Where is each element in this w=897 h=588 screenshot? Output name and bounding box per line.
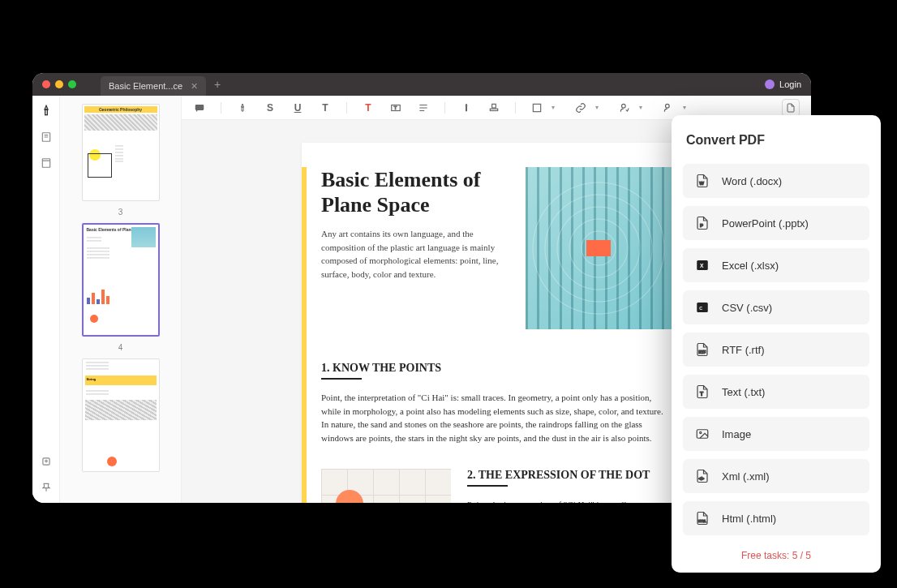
thumb-graphic <box>131 227 156 247</box>
thumb-graphic <box>90 315 98 323</box>
convert-option-label: PowerPoint (.pptx) <box>722 217 809 230</box>
close-tab-icon[interactable]: ✕ <box>191 81 198 92</box>
section-1: 1. KNOW THE POINTS Point, the interpreta… <box>321 362 672 444</box>
convert-option-label: RTF (.rtf) <box>722 344 764 356</box>
left-rail <box>32 96 60 503</box>
user-tool-icon[interactable] <box>39 454 54 469</box>
thumb-mini-title: String <box>85 376 157 385</box>
highlighter-tool-icon[interactable] <box>39 104 54 118</box>
section-heading: 1. KNOW THE POINTS <box>321 362 672 375</box>
strikethrough-tool-icon[interactable]: S <box>264 101 277 114</box>
convert-option-powerpoint[interactable]: P PowerPoint (.pptx) <box>683 206 869 240</box>
thumb-text-lines: ━━━━━━━━━━━━━━━━━━━━━━━━━━━━ <box>83 388 159 397</box>
convert-option-xml[interactable]: </> Xml (.xml) <box>683 459 869 493</box>
notes-tool-icon[interactable] <box>39 130 54 144</box>
redact-tool-icon[interactable] <box>662 101 675 114</box>
link-tool-icon[interactable] <box>574 101 587 114</box>
excel-file-icon: X <box>694 257 710 273</box>
maximize-window-button[interactable] <box>68 80 76 88</box>
convert-option-image[interactable]: Image <box>683 417 869 451</box>
page-intro: Any art contains its own language, and t… <box>321 227 509 281</box>
convert-option-csv[interactable]: C CSV (.csv) <box>683 290 869 324</box>
svg-text:RTF: RTF <box>699 350 706 354</box>
toolbar-separator <box>515 102 516 114</box>
convert-option-rtf[interactable]: RTF RTF (.rtf) <box>683 333 869 367</box>
text-file-icon: T <box>694 384 710 400</box>
svg-rect-15 <box>490 109 497 110</box>
svg-rect-0 <box>45 109 47 115</box>
section-image <box>321 469 451 503</box>
thumbnail-panel: Geometric Philosophy ━━━━━━━━━━━━━━━━━━━… <box>60 96 182 503</box>
page-thumbnail-selected[interactable]: Basic Elements of Plane Space ━━━━━━━━━━… <box>82 223 160 337</box>
convert-option-label: Text (.txt) <box>722 386 765 398</box>
convert-option-label: Html (.html) <box>722 513 776 525</box>
chevron-down-icon[interactable]: ▾ <box>547 101 560 114</box>
text-tool-icon[interactable]: T <box>319 101 332 114</box>
convert-panel-toggle[interactable] <box>782 99 800 117</box>
thumb-graphic <box>87 290 109 304</box>
document-tab[interactable]: Basic Element...ce ✕ <box>101 76 206 96</box>
convert-option-label: CSV (.csv) <box>722 302 772 314</box>
convert-options-list: W Word (.docx) P PowerPoint (.pptx) X Ex… <box>683 164 869 542</box>
comment-tool-icon[interactable] <box>193 101 206 114</box>
svg-text:</>: </> <box>699 477 705 481</box>
pin-tool-icon[interactable] <box>39 480 54 495</box>
bookmarks-tool-icon[interactable] <box>39 156 54 170</box>
html-file-icon: HTML <box>694 510 710 526</box>
image-file-icon <box>694 426 710 442</box>
text-color-tool-icon[interactable]: T <box>362 101 375 114</box>
free-tasks-counter: Free tasks: 5 / 5 <box>683 550 869 561</box>
section-heading: 2. THE EXPRESSION OF THE DOT <box>467 469 672 482</box>
convert-pdf-panel: Convert PDF W Word (.docx) P PowerPoint … <box>672 115 881 573</box>
section-body: Point, the interpretation of "Ci Hai" is… <box>321 391 672 444</box>
convert-option-word[interactable]: W Word (.docx) <box>683 164 869 198</box>
chevron-down-icon[interactable]: ▾ <box>590 101 603 114</box>
convert-option-excel[interactable]: X Excel (.xlsx) <box>683 248 869 282</box>
close-window-button[interactable] <box>42 80 50 88</box>
page-accent-bar <box>302 167 307 503</box>
textbox-tool-icon[interactable]: T <box>389 101 402 114</box>
pen-tool-icon[interactable] <box>236 101 249 114</box>
xml-file-icon: </> <box>694 468 710 484</box>
align-tool-icon[interactable] <box>417 101 430 114</box>
convert-option-label: Word (.docx) <box>722 175 782 187</box>
chevron-down-icon[interactable]: ▾ <box>678 101 691 114</box>
svg-text:C: C <box>699 306 702 311</box>
convert-panel-title: Convert PDF <box>683 133 869 148</box>
svg-point-17 <box>622 104 626 108</box>
login-button[interactable]: Login <box>779 79 801 89</box>
document-page: Basic Elements of Plane Space Any art co… <box>302 143 691 503</box>
svg-text:W: W <box>699 181 704 186</box>
thumb-graphic <box>84 114 157 131</box>
tab-title: Basic Element...ce <box>109 81 182 91</box>
svg-rect-27 <box>697 430 708 439</box>
page-thumbnail[interactable]: ━━━━━━━━━━━━━━━━━━━━━━━━━━━━━━━━━━━━━━━━… <box>82 358 160 472</box>
new-tab-button[interactable]: + <box>214 78 221 91</box>
thumb-page-number: 3 <box>118 208 123 217</box>
traffic-lights <box>42 80 76 88</box>
thumb-text-lines: ━━━━━━━━━━━━━━━━━━━━━━━━━━━━━━━━━━━━━━━━… <box>83 359 159 373</box>
svg-text:T: T <box>394 105 397 110</box>
shape-tool-icon[interactable] <box>530 101 543 114</box>
marker-tool-icon[interactable] <box>460 101 473 114</box>
signature-tool-icon[interactable] <box>618 101 631 114</box>
powerpoint-file-icon: P <box>694 215 710 231</box>
thumb-page-number: 4 <box>118 343 123 352</box>
page-hero: Basic Elements of Plane Space Any art co… <box>321 167 672 329</box>
convert-option-text[interactable]: T Text (.txt) <box>683 375 869 409</box>
page-thumbnail[interactable]: Geometric Philosophy ━━━━━━━━━━━━━━━━━━━… <box>82 104 160 201</box>
toolbar-separator <box>221 102 221 114</box>
section-rule <box>321 378 362 380</box>
svg-text:T: T <box>700 391 704 397</box>
toolbar-separator <box>346 102 347 114</box>
thumb-text-lines: ━━━━━━━━━━━━━━━━━━━━━━━━━━━━━━ <box>115 145 156 164</box>
minimize-window-button[interactable] <box>55 80 63 88</box>
avatar-icon[interactable] <box>765 79 775 89</box>
rtf-file-icon: RTF <box>694 341 710 358</box>
chevron-down-icon[interactable]: ▾ <box>634 101 647 114</box>
convert-option-html[interactable]: HTML Html (.html) <box>683 501 869 535</box>
svg-rect-16 <box>533 104 540 111</box>
underline-tool-icon[interactable]: U <box>291 101 304 114</box>
convert-option-label: Excel (.xlsx) <box>722 260 779 272</box>
stamp-tool-icon[interactable] <box>487 101 500 114</box>
